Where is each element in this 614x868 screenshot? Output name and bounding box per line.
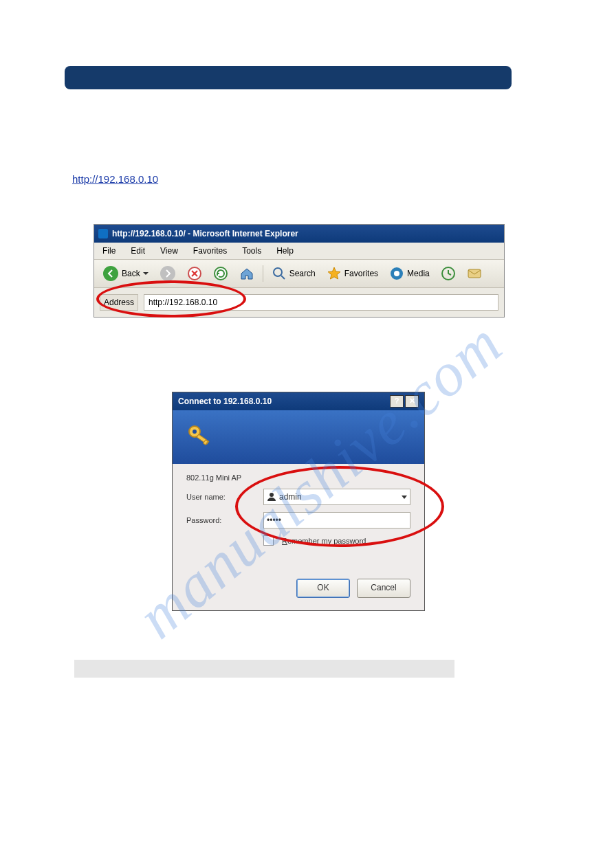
history-button[interactable]	[438, 265, 459, 282]
browser-toolbar: Back Search Favorites	[94, 260, 504, 288]
url-link[interactable]: http://192.168.0.10	[72, 173, 158, 185]
ie-icon	[98, 229, 108, 238]
realm-label: 802.11g Mini AP	[186, 474, 410, 482]
cancel-button[interactable]: Cancel	[357, 579, 410, 598]
dialog-banner	[173, 410, 424, 464]
back-button[interactable]: Back	[100, 264, 151, 283]
menu-tools[interactable]: Tools	[242, 246, 261, 256]
svg-point-6	[394, 271, 399, 276]
auth-dialog: Connect to 192.168.0.10 ? ✕ 802.11g Mini…	[172, 392, 425, 611]
browser-titlebar: http://192.168.0.10/ - Microsoft Interne…	[94, 225, 504, 243]
menu-edit[interactable]: Edit	[131, 246, 145, 256]
favorites-label: Favorites	[344, 269, 378, 278]
keys-icon	[185, 422, 215, 452]
browser-window: http://192.168.0.10/ - Microsoft Interne…	[94, 224, 505, 318]
user-icon	[267, 492, 276, 502]
media-button[interactable]: Media	[386, 265, 432, 282]
password-value: •••••	[267, 515, 281, 525]
menu-file[interactable]: File	[102, 246, 116, 256]
body-paragraph: http://192.168.0.10	[72, 110, 505, 188]
dialog-titlebar: Connect to 192.168.0.10 ? ✕	[173, 392, 424, 410]
browser-menu-bar[interactable]: File Edit View Favorites Tools Help	[94, 243, 504, 260]
dialog-body: 802.11g Mini AP User name: admin Passwor…	[173, 464, 424, 608]
browser-title-text: http://192.168.0.10/ - Microsoft Interne…	[112, 229, 298, 238]
svg-point-13	[270, 493, 274, 497]
remember-checkbox[interactable]	[263, 535, 274, 546]
home-button[interactable]	[237, 265, 257, 282]
password-field[interactable]: •••••	[263, 512, 410, 528]
section-heading-bar	[65, 66, 512, 89]
svg-point-4	[274, 268, 282, 276]
close-icon[interactable]: ✕	[405, 395, 419, 408]
help-button[interactable]: ?	[390, 395, 404, 408]
svg-point-10	[193, 430, 197, 434]
stop-button[interactable]	[184, 265, 205, 282]
username-label: User name:	[186, 493, 258, 501]
menu-help[interactable]: Help	[276, 246, 294, 256]
menu-favorites[interactable]: Favorites	[193, 246, 227, 256]
media-label: Media	[407, 269, 430, 278]
dialog-title-text: Connect to 192.168.0.10	[178, 397, 272, 406]
search-label: Search	[289, 269, 316, 278]
svg-rect-8	[468, 269, 481, 278]
remember-label[interactable]: Remember my password	[282, 537, 366, 545]
address-label: Address	[100, 294, 138, 311]
favorites-button[interactable]: Favorites	[324, 265, 381, 282]
svg-point-1	[160, 266, 175, 281]
forward-button[interactable]	[157, 264, 179, 283]
username-field[interactable]: admin	[263, 489, 410, 505]
back-label: Back	[122, 269, 140, 278]
menu-view[interactable]: View	[160, 246, 178, 256]
note-box	[74, 660, 454, 678]
password-label: Password:	[186, 516, 258, 524]
chevron-down-icon[interactable]	[402, 496, 407, 499]
svg-point-0	[103, 266, 118, 281]
ok-button[interactable]: OK	[296, 579, 350, 598]
refresh-button[interactable]	[210, 265, 231, 282]
address-input[interactable]: http://192.168.0.10	[144, 294, 498, 311]
username-value: admin	[279, 492, 302, 502]
svg-point-3	[215, 267, 227, 280]
document-page: http://192.168.0.10 http://192.168.0.10/…	[0, 0, 614, 868]
search-button[interactable]: Search	[269, 265, 318, 282]
mail-button[interactable]	[464, 265, 485, 282]
address-bar: Address http://192.168.0.10	[94, 288, 504, 317]
